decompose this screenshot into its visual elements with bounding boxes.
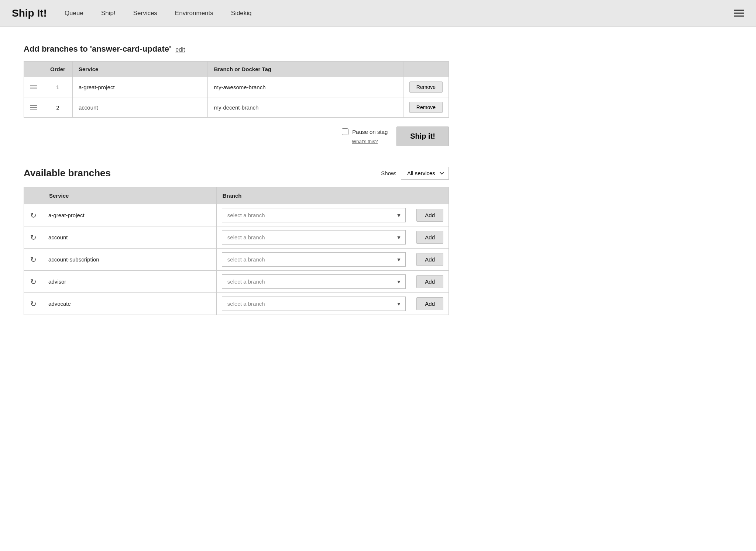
available-heading: Available branches xyxy=(24,167,111,179)
col-drag-header xyxy=(24,62,43,77)
refresh-icon[interactable]: ↻ xyxy=(30,277,37,286)
added-branches-table: Order Service Branch or Docker Tag 1 a-g… xyxy=(24,61,449,118)
col-service-header: Service xyxy=(73,62,208,77)
nav-sidekiq[interactable]: Sidekiq xyxy=(231,10,252,17)
list-item: ↻ account select a branch ▼ Add xyxy=(24,226,449,249)
branch-select-wrapper: select a branch ▼ xyxy=(222,297,406,311)
refresh-cell: ↻ xyxy=(24,204,43,226)
nav-services[interactable]: Services xyxy=(133,10,157,17)
avail-service: account-subscription xyxy=(43,249,217,271)
remove-button[interactable]: Remove xyxy=(409,102,443,113)
list-item: ↻ account-subscription select a branch ▼… xyxy=(24,249,449,271)
branch-select[interactable]: select a branch xyxy=(222,297,406,311)
main-content: Add branches to 'answer-card-update' edi… xyxy=(0,27,472,333)
branch-select-cell: select a branch ▼ xyxy=(216,293,411,315)
add-cell: Add xyxy=(411,293,449,315)
add-cell: Add xyxy=(411,271,449,293)
avail-service: a-great-project xyxy=(43,204,217,226)
add-button[interactable]: Add xyxy=(416,231,443,244)
row-branch: my-awesome-branch xyxy=(208,77,403,97)
row-remove-cell: Remove xyxy=(403,97,449,118)
row-order: 2 xyxy=(43,97,73,118)
drag-handle[interactable] xyxy=(24,77,43,97)
list-item: ↻ a-great-project select a branch ▼ Add xyxy=(24,204,449,226)
branch-select-wrapper: select a branch ▼ xyxy=(222,252,406,267)
section-heading: Add branches to 'answer-card-update' edi… xyxy=(24,44,449,54)
table-row: 1 a-great-project my-awesome-branch Remo… xyxy=(24,77,449,97)
refresh-icon[interactable]: ↻ xyxy=(30,233,37,242)
branch-select[interactable]: select a branch xyxy=(222,208,406,222)
drag-icon xyxy=(30,105,37,110)
nav-ship[interactable]: Ship! xyxy=(101,10,116,17)
add-cell: Add xyxy=(411,226,449,249)
row-service: account xyxy=(73,97,208,118)
branch-select-cell: select a branch ▼ xyxy=(216,226,411,249)
avail-service: advisor xyxy=(43,271,217,293)
refresh-icon[interactable]: ↻ xyxy=(30,255,37,264)
col-action-header xyxy=(403,62,449,77)
available-branches-table: Service Branch ↻ a-great-project select … xyxy=(24,187,449,315)
pause-checkbox-row: Pause on stag xyxy=(342,128,388,135)
refresh-cell: ↻ xyxy=(24,226,43,249)
avail-service: advocate xyxy=(43,293,217,315)
edit-link[interactable]: edit xyxy=(175,46,185,53)
drag-icon xyxy=(30,85,37,89)
add-cell: Add xyxy=(411,249,449,271)
refresh-cell: ↻ xyxy=(24,293,43,315)
row-service: a-great-project xyxy=(73,77,208,97)
col-avail-branch-header: Branch xyxy=(216,187,411,204)
list-item: ↻ advocate select a branch ▼ Add xyxy=(24,293,449,315)
add-button[interactable]: Add xyxy=(416,297,443,310)
branch-select-cell: select a branch ▼ xyxy=(216,249,411,271)
row-branch: my-decent-branch xyxy=(208,97,403,118)
branch-select[interactable]: select a branch xyxy=(222,230,406,245)
show-filter: Show: All services xyxy=(381,167,449,180)
heading-text: Add branches to 'answer-card-update' xyxy=(24,44,171,53)
add-button[interactable]: Add xyxy=(416,275,443,288)
refresh-cell: ↻ xyxy=(24,249,43,271)
branch-select-cell: select a branch ▼ xyxy=(216,204,411,226)
nav-links: Queue Ship! Services Environments Sideki… xyxy=(65,10,734,17)
pause-label-group: Pause on stag What's this? xyxy=(342,128,388,144)
list-item: ↻ advisor select a branch ▼ Add xyxy=(24,271,449,293)
row-order: 1 xyxy=(43,77,73,97)
hamburger-menu-icon[interactable] xyxy=(734,10,744,17)
col-branch-header: Branch or Docker Tag xyxy=(208,62,403,77)
nav-queue[interactable]: Queue xyxy=(65,10,83,17)
add-button[interactable]: Add xyxy=(416,209,443,222)
pause-text: Pause on stag xyxy=(352,129,388,135)
col-order-header: Order xyxy=(43,62,73,77)
show-services-select[interactable]: All services xyxy=(401,167,449,180)
ship-it-button[interactable]: Ship it! xyxy=(396,127,449,146)
branch-select[interactable]: select a branch xyxy=(222,274,406,289)
remove-button[interactable]: Remove xyxy=(409,82,443,93)
col-avail-add-header xyxy=(411,187,449,204)
app-brand[interactable]: Ship It! xyxy=(12,7,47,19)
branch-select-cell: select a branch ▼ xyxy=(216,271,411,293)
add-button[interactable]: Add xyxy=(416,253,443,266)
col-avail-service-header: Service xyxy=(43,187,217,204)
add-cell: Add xyxy=(411,204,449,226)
nav-environments[interactable]: Environments xyxy=(175,10,213,17)
table-row: 2 account my-decent-branch Remove xyxy=(24,97,449,118)
refresh-icon[interactable]: ↻ xyxy=(30,299,37,308)
available-header: Available branches Show: All services xyxy=(24,167,449,180)
refresh-cell: ↻ xyxy=(24,271,43,293)
drag-handle[interactable] xyxy=(24,97,43,118)
branch-select-wrapper: select a branch ▼ xyxy=(222,208,406,222)
pause-checkbox[interactable] xyxy=(342,128,348,135)
navbar: Ship It! Queue Ship! Services Environmen… xyxy=(0,0,756,27)
branch-select-wrapper: select a branch ▼ xyxy=(222,230,406,245)
col-refresh-header xyxy=(24,187,43,204)
row-remove-cell: Remove xyxy=(403,77,449,97)
avail-service: account xyxy=(43,226,217,249)
refresh-icon[interactable]: ↻ xyxy=(30,211,37,220)
branch-select-wrapper: select a branch ▼ xyxy=(222,274,406,289)
show-label: Show: xyxy=(381,170,396,176)
whats-this-link[interactable]: What's this? xyxy=(352,139,378,144)
ship-it-row: Pause on stag What's this? Ship it! xyxy=(24,127,449,146)
branch-select[interactable]: select a branch xyxy=(222,252,406,267)
